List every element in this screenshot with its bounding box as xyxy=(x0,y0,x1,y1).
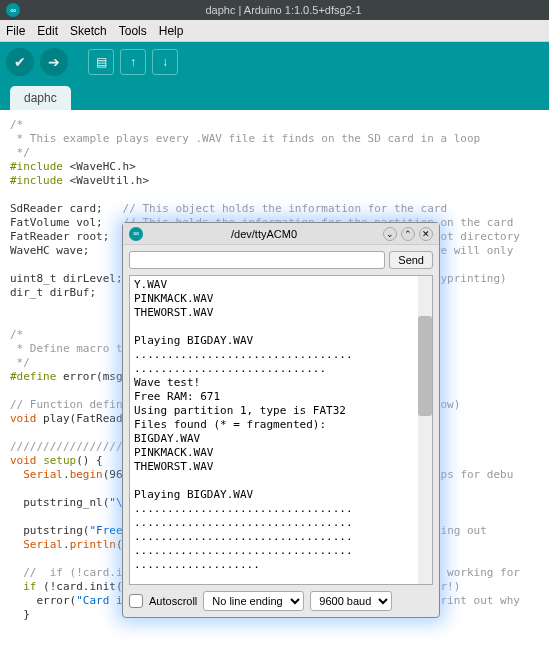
code-token: #include xyxy=(10,174,63,187)
arrow-up-icon: ↑ xyxy=(130,55,136,69)
code-token: . xyxy=(63,468,70,481)
code-line: */ xyxy=(10,146,30,159)
code-line: } xyxy=(10,608,30,621)
line-ending-select[interactable]: No line ending xyxy=(203,591,304,611)
code-token: error( xyxy=(10,594,76,607)
code-line: * This example plays every .WAV file it … xyxy=(10,132,480,145)
serial-output-text: Y.WAV PINKMACK.WAV THEWORST.WAV Playing … xyxy=(134,278,353,571)
menu-file[interactable]: File xyxy=(6,24,25,38)
serial-send-row: Send xyxy=(123,245,439,275)
scrollbar-track[interactable] xyxy=(418,276,432,584)
code-token: () { xyxy=(76,454,103,467)
code-line: */ xyxy=(10,356,30,369)
code-token: begin xyxy=(70,468,103,481)
menubar: File Edit Sketch Tools Help xyxy=(0,20,549,42)
code-token xyxy=(10,538,23,551)
code-token: <WaveHC.h> xyxy=(63,160,136,173)
code-token: void xyxy=(10,454,37,467)
code-token: #include xyxy=(10,160,63,173)
chevron-up-icon: ⌃ xyxy=(404,229,412,239)
new-file-icon: ▤ xyxy=(96,55,107,69)
save-button[interactable]: ↓ xyxy=(152,49,178,75)
code-token: putstring_nl( xyxy=(10,496,109,509)
code-token xyxy=(10,468,23,481)
open-button[interactable]: ↑ xyxy=(120,49,146,75)
code-token xyxy=(10,580,23,593)
code-token: Serial xyxy=(23,468,63,481)
arrow-down-icon: ↓ xyxy=(162,55,168,69)
code-token: println xyxy=(70,538,116,551)
send-button[interactable]: Send xyxy=(389,251,433,269)
close-button[interactable]: ✕ xyxy=(419,227,433,241)
code-token: SdReader card; xyxy=(10,202,123,215)
toolbar: ✔ ➔ ▤ ↑ ↓ xyxy=(0,42,549,82)
menu-edit[interactable]: Edit xyxy=(37,24,58,38)
code-token: dir_t dirBuf; xyxy=(10,286,129,299)
code-token: setup xyxy=(43,454,76,467)
arrow-right-icon: ➔ xyxy=(48,54,60,70)
tab-daphc[interactable]: daphc xyxy=(10,86,71,110)
serial-title: /dev/ttyACM0 xyxy=(149,228,379,240)
code-token: void xyxy=(10,412,37,425)
upload-button[interactable]: ➔ xyxy=(40,48,68,76)
scrollbar-thumb[interactable] xyxy=(418,316,432,416)
code-token: #define xyxy=(10,370,56,383)
menu-sketch[interactable]: Sketch xyxy=(70,24,107,38)
menu-help[interactable]: Help xyxy=(159,24,184,38)
baud-select[interactable]: 9600 baud xyxy=(310,591,392,611)
code-token: if xyxy=(23,580,36,593)
tab-bar: daphc xyxy=(0,82,549,110)
code-token: // This object holds the information for… xyxy=(123,202,448,215)
serial-monitor-window: ∞ /dev/ttyACM0 ⌄ ⌃ ✕ Send Y.WAV PINKMACK… xyxy=(122,222,440,618)
serial-titlebar[interactable]: ∞ /dev/ttyACM0 ⌄ ⌃ ✕ xyxy=(123,223,439,245)
autoscroll-checkbox[interactable] xyxy=(129,594,143,608)
code-token: uint8_t dirLevel; xyxy=(10,272,129,285)
arduino-logo-icon: ∞ xyxy=(6,3,20,17)
minimize-button[interactable]: ⌄ xyxy=(383,227,397,241)
serial-input[interactable] xyxy=(129,251,385,269)
code-token: putstring( xyxy=(10,524,89,537)
new-button[interactable]: ▤ xyxy=(88,49,114,75)
code-token: FatReader root; xyxy=(10,230,123,243)
window-titlebar: ∞ daphc | Arduino 1:1.0.5+dfsg2-1 xyxy=(0,0,549,20)
maximize-button[interactable]: ⌃ xyxy=(401,227,415,241)
chevron-down-icon: ⌄ xyxy=(386,229,394,239)
verify-button[interactable]: ✔ xyxy=(6,48,34,76)
autoscroll-label: Autoscroll xyxy=(149,595,197,607)
check-icon: ✔ xyxy=(14,54,26,70)
code-token: <WaveUtil.h> xyxy=(63,174,149,187)
close-icon: ✕ xyxy=(422,229,430,239)
window-title: daphc | Arduino 1:1.0.5+dfsg2-1 xyxy=(24,4,543,16)
code-token: Serial xyxy=(23,538,63,551)
serial-output[interactable]: Y.WAV PINKMACK.WAV THEWORST.WAV Playing … xyxy=(129,275,433,585)
code-token: . xyxy=(63,538,70,551)
code-token: FatVolume vol; xyxy=(10,216,123,229)
arduino-logo-icon: ∞ xyxy=(129,227,143,241)
menu-tools[interactable]: Tools xyxy=(119,24,147,38)
serial-bottom-bar: Autoscroll No line ending 9600 baud xyxy=(123,585,439,617)
code-line: /* xyxy=(10,328,23,341)
code-line: /* xyxy=(10,118,23,131)
code-token: WaveHC wave; xyxy=(10,244,123,257)
